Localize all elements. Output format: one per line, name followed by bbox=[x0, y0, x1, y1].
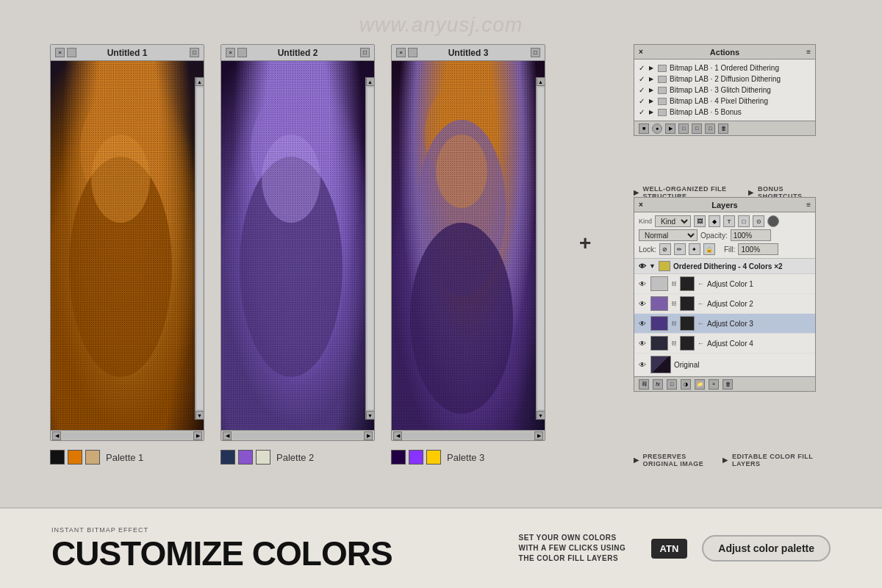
scroll-left-1[interactable]: ◀ bbox=[52, 431, 61, 440]
action-expand-0[interactable]: ▶ bbox=[649, 65, 655, 71]
fx-btn[interactable]: fx bbox=[653, 379, 663, 390]
layer-icon-dot[interactable] bbox=[767, 215, 779, 227]
win-close-1[interactable]: × bbox=[55, 48, 65, 57]
layer-icon-pixel[interactable]: 🖼 bbox=[694, 215, 706, 227]
action-expand-4[interactable]: ▶ bbox=[649, 109, 655, 115]
action-item-2[interactable]: ✓ ▶ Bitmap LAB · 3 Glitch Dithering bbox=[634, 85, 815, 96]
play-btn[interactable]: ▶ bbox=[665, 123, 675, 134]
bottom-left: INSTANT BITMAP EFFECT CUSTOMIZE COLORS bbox=[51, 526, 519, 570]
scroll-down-3[interactable]: ▼ bbox=[537, 411, 545, 420]
fill-label: Fill: bbox=[724, 245, 736, 254]
scroll-h-track-3 bbox=[404, 433, 533, 439]
win-min-2[interactable] bbox=[237, 48, 247, 57]
lock-all-btn[interactable]: 🔒 bbox=[703, 243, 715, 255]
palette-label-1: Palette 1 bbox=[106, 452, 143, 463]
layer-icon-smart[interactable]: ⊙ bbox=[753, 215, 764, 227]
opacity-input[interactable] bbox=[731, 229, 771, 241]
action-btn3[interactable]: □ bbox=[705, 123, 715, 134]
action-check-1: ✓ bbox=[639, 75, 646, 83]
layer-eye-original[interactable]: 👁 bbox=[639, 361, 648, 369]
scroll-right-3[interactable]: ▶ bbox=[534, 431, 543, 440]
fill-layer-btn[interactable]: ◑ bbox=[681, 379, 691, 390]
stop-btn[interactable]: ■ bbox=[639, 123, 649, 134]
info-label-4: EDITABLE COLOR FILL LAYERS bbox=[732, 453, 816, 467]
layer-icon-text[interactable]: T bbox=[723, 215, 735, 227]
win-min-3[interactable] bbox=[408, 48, 417, 57]
layer-eye-group[interactable]: 👁 bbox=[639, 262, 646, 270]
lock-transparent-btn[interactable]: ⊘ bbox=[659, 243, 671, 255]
action-item-3[interactable]: ✓ ▶ Bitmap LAB · 4 Pixel Dithering bbox=[634, 96, 815, 107]
scroll-left-3[interactable]: ◀ bbox=[393, 431, 402, 440]
fill-input[interactable] bbox=[738, 243, 778, 255]
palette-label-2: Palette 2 bbox=[276, 452, 314, 463]
action-label-3: Bitmap LAB · 4 Pixel Dithering bbox=[670, 97, 768, 105]
scrollbar-right-3[interactable]: ▲ ▼ bbox=[536, 77, 545, 420]
layer-thumb-1 bbox=[650, 296, 668, 311]
info-arrow-4: ▶ bbox=[723, 456, 728, 464]
blend-mode-select[interactable]: Normal bbox=[639, 229, 698, 241]
action-expand-2[interactable]: ▶ bbox=[649, 87, 655, 93]
layer-eye-0[interactable]: 👁 bbox=[639, 280, 648, 288]
win-close-3[interactable]: × bbox=[396, 48, 406, 57]
action-expand-1[interactable]: ▶ bbox=[649, 76, 655, 82]
scroll-right-1[interactable]: ▶ bbox=[193, 431, 202, 440]
layer-thumb-2 bbox=[650, 316, 668, 331]
actions-menu[interactable]: ≡ bbox=[806, 48, 811, 56]
actions-close-x[interactable]: × bbox=[639, 48, 643, 56]
layer-chain-0: ⛓ bbox=[671, 281, 677, 287]
group-name: Ordered Dithering - 4 Colors ×2 bbox=[673, 262, 783, 270]
scroll-up-3[interactable]: ▲ bbox=[537, 77, 545, 86]
layer-item-original[interactable]: 👁 Original bbox=[634, 354, 815, 376]
action-item-0[interactable]: ✓ ▶ Bitmap LAB · 1 Ordered Dithering bbox=[634, 62, 815, 74]
layer-item-0[interactable]: 👁 ⛓ ← Adjust Color 1 bbox=[634, 274, 815, 294]
action-item-4[interactable]: ✓ ▶ Bitmap LAB · 5 Bonus bbox=[634, 107, 815, 118]
delete-layer-btn[interactable]: 🗑 bbox=[723, 379, 733, 390]
layer-item-1[interactable]: 👁 ⛓ ← Adjust Color 2 bbox=[634, 294, 815, 314]
titlebar-3: × Untitled 3 □ bbox=[392, 45, 545, 61]
scroll-down-2[interactable]: ▼ bbox=[366, 411, 375, 420]
lock-move-btn[interactable]: ✦ bbox=[689, 243, 700, 255]
scroll-left-2[interactable]: ◀ bbox=[223, 431, 232, 440]
kind-select[interactable]: Kind bbox=[655, 215, 691, 227]
actions-panel: × Actions ≡ ✓ ▶ Bitmap LAB · 1 Ordered D… bbox=[634, 44, 816, 136]
scroll-right-2[interactable]: ▶ bbox=[364, 431, 373, 440]
action-btn2[interactable]: □ bbox=[692, 123, 702, 134]
win-max-3[interactable]: □ bbox=[531, 48, 540, 57]
win-close-2[interactable]: × bbox=[226, 48, 235, 57]
folder-icon-2 bbox=[658, 87, 667, 94]
action-btn1[interactable]: □ bbox=[678, 123, 689, 134]
layer-thumb-original bbox=[650, 356, 671, 373]
action-check-3: ✓ bbox=[639, 97, 646, 105]
scrollbar-right-2[interactable]: ▲ ▼ bbox=[365, 77, 374, 420]
group-layers-btn[interactable]: 📁 bbox=[695, 379, 705, 390]
delete-action-btn[interactable]: 🗑 bbox=[718, 123, 728, 134]
scroll-up-1[interactable]: ▲ bbox=[196, 77, 204, 86]
layers-menu[interactable]: ≡ bbox=[806, 201, 811, 209]
layer-eye-2[interactable]: 👁 bbox=[639, 320, 648, 328]
layer-item-2[interactable]: 👁 ⛓ ← Adjust Color 3 bbox=[634, 314, 815, 334]
win-max-2[interactable]: □ bbox=[360, 48, 370, 57]
layers-row3: Lock: ⊘ ✏ ✦ 🔒 Fill: bbox=[639, 243, 811, 255]
swatch-3-2 bbox=[409, 450, 423, 465]
scroll-down-1[interactable]: ▼ bbox=[196, 411, 204, 420]
layer-eye-1[interactable]: 👁 bbox=[639, 300, 648, 308]
record-btn[interactable]: ● bbox=[652, 123, 662, 134]
scrollbar-right-1[interactable]: ▲ ▼ bbox=[195, 77, 204, 420]
mask-btn[interactable]: □ bbox=[667, 379, 677, 390]
adjust-palette-button[interactable]: Adjust color palette bbox=[702, 535, 831, 562]
win-min-1[interactable] bbox=[67, 48, 76, 57]
link-btn[interactable]: ⛓ bbox=[639, 379, 649, 390]
action-item-1[interactable]: ✓ ▶ Bitmap LAB · 2 Diffusion Dithering bbox=[634, 74, 815, 85]
lock-paint-btn[interactable]: ✏ bbox=[674, 243, 686, 255]
layer-icon-adjust[interactable]: ◆ bbox=[709, 215, 720, 227]
action-expand-3[interactable]: ▶ bbox=[649, 98, 655, 104]
scroll-up-2[interactable]: ▲ bbox=[366, 77, 375, 86]
new-layer-btn[interactable]: + bbox=[709, 379, 719, 390]
win-max-1[interactable]: □ bbox=[190, 48, 199, 57]
layer-group[interactable]: 👁 ▼ Ordered Dithering - 4 Colors ×2 bbox=[634, 259, 815, 274]
layer-item-3[interactable]: 👁 ⛓ ← Adjust Color 4 bbox=[634, 334, 815, 354]
layer-icon-shape[interactable]: □ bbox=[738, 215, 750, 227]
layers-close-x[interactable]: × bbox=[639, 201, 643, 209]
group-expand[interactable]: ▼ bbox=[649, 262, 656, 270]
layer-eye-3[interactable]: 👁 bbox=[639, 340, 648, 348]
